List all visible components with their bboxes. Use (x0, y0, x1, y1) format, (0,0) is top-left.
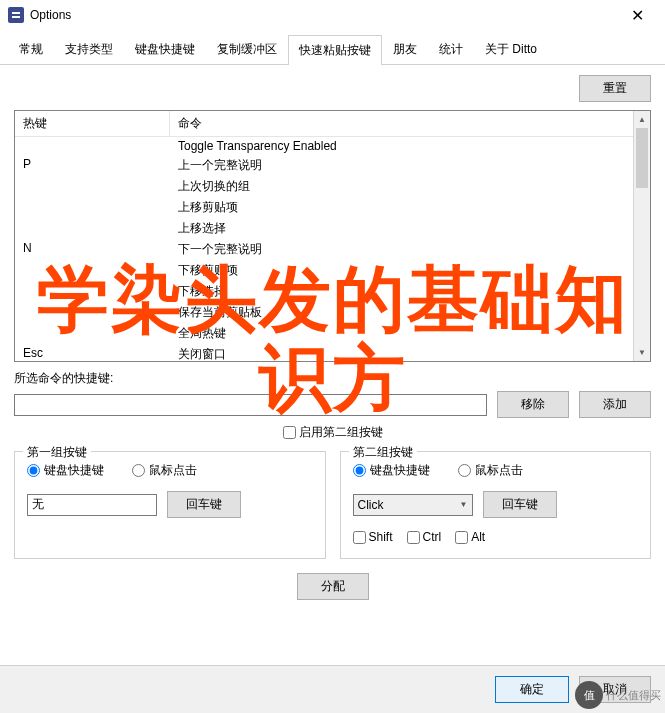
table-row[interactable]: Toggle Transparency Enabled (15, 137, 650, 155)
close-icon[interactable]: ✕ (617, 0, 657, 30)
app-icon (8, 7, 24, 23)
group2-alt-checkbox[interactable]: Alt (455, 530, 485, 544)
selected-shortcut-label: 所选命令的快捷键: (14, 370, 651, 387)
group2-radio-keyboard[interactable]: 键盘快捷键 (353, 462, 430, 479)
assign-button[interactable]: 分配 (297, 573, 369, 600)
tab-stats[interactable]: 统计 (428, 34, 474, 64)
group1-radio-keyboard[interactable]: 键盘快捷键 (27, 462, 104, 479)
svg-rect-1 (12, 16, 20, 18)
tab-about[interactable]: 关于 Ditto (474, 34, 548, 64)
group2-enter-button[interactable]: 回车键 (483, 491, 557, 518)
watermark-text: 什么值得买 (606, 688, 661, 703)
group2-radio-mouse[interactable]: 鼠标点击 (458, 462, 523, 479)
titlebar: Options ✕ (0, 0, 665, 30)
col-hotkey[interactable]: 热键 (15, 111, 170, 136)
enable-group2-checkbox[interactable]: 启用第二组按键 (283, 424, 383, 441)
selected-shortcut-input[interactable] (14, 394, 487, 416)
table-body: Toggle Transparency Enabled P上一个完整说明 上次切… (15, 137, 650, 362)
col-command[interactable]: 命令 (170, 111, 650, 136)
group1-enter-button[interactable]: 回车键 (167, 491, 241, 518)
ok-button[interactable]: 确定 (495, 676, 569, 703)
table-row[interactable]: 上移选择 (15, 218, 650, 239)
group2-fieldset: 第二组按键 键盘快捷键 鼠标点击 Click ▼ 回车键 Shift Ctrl … (340, 451, 652, 559)
svg-rect-0 (12, 12, 20, 14)
tab-supported-types[interactable]: 支持类型 (54, 34, 124, 64)
table-row[interactable]: Esc关闭窗口 (15, 344, 650, 362)
table-row[interactable]: 下移剪贴项 (15, 260, 650, 281)
group1-key-input[interactable] (27, 494, 157, 516)
dialog-footer: 确定 取消 (0, 665, 665, 713)
add-button[interactable]: 添加 (579, 391, 651, 418)
scroll-thumb[interactable] (636, 128, 648, 188)
window-title: Options (30, 8, 617, 22)
scrollbar[interactable]: ▲ ▼ (633, 111, 650, 361)
group2-click-combo[interactable]: Click ▼ (353, 494, 473, 516)
group2-ctrl-checkbox[interactable]: Ctrl (407, 530, 442, 544)
group2-legend: 第二组按键 (349, 444, 417, 461)
scroll-down-icon[interactable]: ▼ (634, 344, 650, 361)
watermark: 值 什么值得买 (575, 681, 661, 709)
table-row[interactable]: 下移选择 (15, 281, 650, 302)
group1-fieldset: 第一组按键 键盘快捷键 鼠标点击 回车键 (14, 451, 326, 559)
table-row[interactable]: 保存当前剪贴板 (15, 302, 650, 323)
scroll-up-icon[interactable]: ▲ (634, 111, 650, 128)
table-row[interactable]: P上一个完整说明 (15, 155, 650, 176)
group1-radio-mouse[interactable]: 鼠标点击 (132, 462, 197, 479)
hotkey-table: 热键 命令 Toggle Transparency Enabled P上一个完整… (14, 110, 651, 362)
reset-button[interactable]: 重置 (579, 75, 651, 102)
group1-legend: 第一组按键 (23, 444, 91, 461)
tab-copy-buffers[interactable]: 复制缓冲区 (206, 34, 288, 64)
tab-general[interactable]: 常规 (8, 34, 54, 64)
tab-bar: 常规 支持类型 键盘快捷键 复制缓冲区 快速粘贴按键 朋友 统计 关于 Ditt… (0, 34, 665, 65)
tab-friends[interactable]: 朋友 (382, 34, 428, 64)
table-row[interactable]: N下一个完整说明 (15, 239, 650, 260)
tab-content: 重置 热键 命令 Toggle Transparency Enabled P上一… (0, 65, 665, 618)
table-row[interactable]: 上移剪贴项 (15, 197, 650, 218)
tab-quick-paste[interactable]: 快速粘贴按键 (288, 35, 382, 65)
watermark-icon: 值 (575, 681, 603, 709)
group2-shift-checkbox[interactable]: Shift (353, 530, 393, 544)
table-row[interactable]: 上次切换的组 (15, 176, 650, 197)
table-row[interactable]: 全局热键 (15, 323, 650, 344)
tab-keyboard-shortcuts[interactable]: 键盘快捷键 (124, 34, 206, 64)
chevron-down-icon: ▼ (460, 500, 468, 509)
remove-button[interactable]: 移除 (497, 391, 569, 418)
